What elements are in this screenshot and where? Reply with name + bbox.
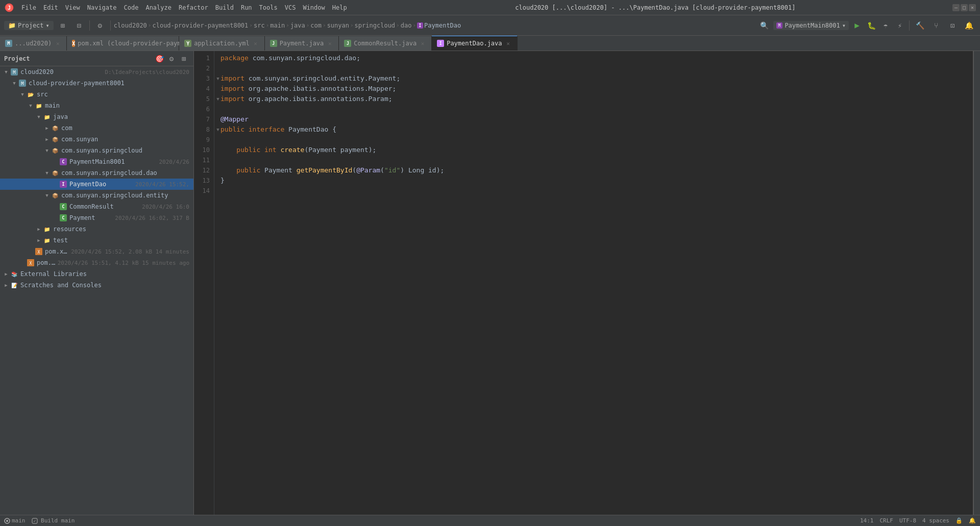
tree-item-java[interactable]: ▼ 📁 java — [0, 111, 193, 122]
arrow-cloud-provider: ▼ — [10, 81, 18, 86]
menu-view[interactable]: View — [62, 3, 83, 12]
breadcrumb-java[interactable]: java — [290, 22, 305, 29]
tab-close-yml[interactable]: ✕ — [252, 40, 259, 47]
fold-interface[interactable]: ▼ — [214, 124, 222, 135]
tab-payment-java[interactable]: J Payment.java ✕ — [265, 36, 339, 51]
debug-button[interactable]: 🐛 — [865, 19, 877, 32]
status-indent[interactable]: 4 spaces — [922, 517, 949, 524]
sidebar-expand-button[interactable]: ⊞ — [178, 53, 189, 64]
tree-item-cloud-provider[interactable]: ▼ M cloud-provider-payment8001 — [0, 78, 193, 89]
tree-item-src[interactable]: ▼ 📂 src — [0, 89, 193, 100]
tree-item-entity-package[interactable]: ▼ 📦 com.sunyan.springcloud.entity — [0, 190, 193, 201]
tab-close-payment-dao[interactable]: ✕ — [505, 40, 512, 47]
tree-item-resources[interactable]: ▶ 📁 resources — [0, 223, 193, 235]
label-cloud-provider: cloud-provider-payment8001 — [29, 80, 189, 87]
tree-item-com[interactable]: ▶ 📦 com — [0, 122, 193, 134]
code-editor[interactable]: 1 2 3 4 5 6 7 8 9 10 11 12 13 14 ▼ ▼ ▼ p… — [194, 51, 980, 515]
tab-close-common-result[interactable]: ✕ — [419, 40, 426, 47]
breadcrumb-module[interactable]: cloud-provider-payment8001 — [152, 22, 248, 29]
search-button[interactable]: 🔍 — [757, 18, 771, 33]
breadcrumb-sunyan[interactable]: sunyan — [327, 22, 349, 29]
status-encoding[interactable]: UTF-8 — [899, 517, 916, 524]
breadcrumb-paymentdao[interactable]: IPaymentDao — [417, 22, 461, 29]
arrow-java: ▼ — [35, 114, 43, 119]
tree-item-main[interactable]: ▼ 📁 main — [0, 100, 193, 111]
structure-button[interactable]: ⊟ — [72, 18, 86, 33]
sidebar-settings-button[interactable]: ⚙ — [166, 53, 177, 64]
coverage-button[interactable]: ☂ — [879, 19, 892, 32]
settings-button[interactable]: ⚙ — [93, 18, 107, 33]
menu-run[interactable]: Run — [238, 3, 255, 12]
tree-item-test[interactable]: ▶ 📁 test — [0, 235, 193, 246]
tab-bar: M ...ud2020) ✕ X pom.xml (cloud-provider… — [0, 36, 980, 51]
menu-build[interactable]: Build — [212, 3, 237, 12]
menu-tools[interactable]: Tools — [256, 3, 281, 12]
tree-item-external-libs[interactable]: ▶ 📚 External Libraries — [0, 268, 193, 280]
build-button[interactable]: 🔨 — [913, 18, 927, 33]
git-button[interactable]: ⑂ — [929, 18, 943, 33]
minimize-button[interactable]: — — [952, 4, 960, 11]
tree-item-pom-root[interactable]: X pom.xml 2020/4/26 15:51, 4.12 kB 15 mi… — [0, 257, 193, 268]
profile-button[interactable]: ⚡ — [894, 19, 906, 32]
menu-edit[interactable]: Edit — [40, 3, 61, 12]
tab-payment-dao[interactable]: I PaymentDao.java ✕ — [432, 36, 517, 51]
maximize-button[interactable]: □ — [961, 4, 968, 11]
tab-close-cloud2020[interactable]: ✕ — [54, 40, 61, 47]
tree-item-payment[interactable]: C Payment 2020/4/26 16:02, 317 B — [0, 212, 193, 223]
svg-text:X: X — [30, 261, 32, 266]
menu-navigate[interactable]: Navigate — [84, 3, 120, 12]
tree-item-dao-package[interactable]: ▼ 📦 com.sunyan.springcloud.dao — [0, 167, 193, 179]
breadcrumb-cloud2020[interactable]: cloud2020 — [114, 22, 147, 29]
menu-vcs[interactable]: VCS — [282, 3, 299, 12]
tree-item-pom-module[interactable]: X pom.xml 2020/4/26 15:52, 2.08 kB 14 mi… — [0, 246, 193, 257]
tree-item-com-sunyan[interactable]: ▶ 📦 com.sunyan — [0, 134, 193, 145]
code-area[interactable]: package com.sunyan.springcloud.dao; impo… — [214, 51, 973, 515]
tab-icon-cloud2020: M — [5, 40, 12, 47]
fold-import-5[interactable]: ▼ — [214, 94, 222, 104]
breadcrumb-com[interactable]: com — [310, 22, 322, 29]
arrow-cloud2020: ▼ — [2, 69, 10, 74]
tab-common-result[interactable]: J CommonResult.java ✕ — [339, 36, 432, 51]
tab-close-payment-java[interactable]: ✕ — [326, 40, 333, 47]
tree-item-cloud2020[interactable]: ▼ M cloud2020 D:\IdeaProjects\cloud2020 — [0, 66, 193, 78]
status-build[interactable]: ✓ Build main — [32, 517, 75, 524]
tree-item-scratches[interactable]: ▶ 📝 Scratches and Consoles — [0, 280, 193, 291]
menu-refactor[interactable]: Refactor — [176, 3, 211, 12]
tab-application-yml[interactable]: Y application.yml ✕ — [179, 36, 264, 51]
breadcrumb-dao[interactable]: dao — [401, 22, 412, 29]
breadcrumb-main[interactable]: main — [270, 22, 285, 29]
recent-files-button[interactable]: ⊞ — [56, 18, 70, 33]
tree-item-commonresult[interactable]: C CommonResult 2020/4/26 16:0 — [0, 201, 193, 212]
run-button[interactable]: ▶ — [851, 19, 863, 32]
status-lock[interactable]: 🔒 — [955, 517, 963, 524]
close-button[interactable]: ✕ — [969, 4, 976, 11]
tree-item-com-sunyan-springcloud[interactable]: ▼ 📦 com.sunyan.springcloud — [0, 145, 193, 156]
project-panel-toggle[interactable]: 📁 Project ▾ — [4, 21, 54, 30]
sidebar-actions: 🎯 ⚙ ⊞ — [154, 53, 189, 64]
terminal-button[interactable]: ⊡ — [945, 18, 960, 33]
main-layout: Project 🎯 ⚙ ⊞ ▼ M cloud2020 D:\IdeaProje… — [0, 51, 980, 515]
tree-item-paymentdao[interactable]: I PaymentDao 2020/4/26 15:52, — [0, 179, 193, 190]
menu-file[interactable]: File — [18, 3, 39, 12]
meta-pom-root: 2020/4/26 15:51, 4.12 kB 15 minutes ago — [58, 260, 189, 266]
status-git[interactable]: main — [4, 517, 26, 524]
tab-cloud2020[interactable]: M ...ud2020) ✕ — [0, 36, 67, 51]
toolbar-sep-1 — [89, 20, 90, 31]
menu-code[interactable]: Code — [121, 3, 142, 12]
status-line-ending[interactable]: CRLF — [879, 517, 893, 524]
status-notifications[interactable]: 🔔 — [969, 517, 976, 524]
run-configuration[interactable]: M PaymentMain8001 ▾ — [773, 21, 849, 30]
menu-help[interactable]: Help — [329, 3, 350, 12]
status-cursor[interactable]: 14:1 — [860, 517, 874, 524]
menu-analyze[interactable]: Analyze — [142, 3, 175, 12]
tree-item-paymentmain8001[interactable]: C PaymentMain8001 2020/4/26 — [0, 156, 193, 167]
tab-pom-payment[interactable]: X pom.xml (cloud-provider-payment8001) ✕ — [67, 36, 179, 51]
notifications-button[interactable]: 🔔 — [962, 18, 976, 33]
sidebar-locate-button[interactable]: 🎯 — [154, 53, 165, 64]
fold-import-3[interactable]: ▼ — [214, 73, 222, 84]
breadcrumb-src[interactable]: src — [254, 22, 265, 29]
breadcrumb-springcloud[interactable]: springcloud — [355, 22, 395, 29]
menu-window[interactable]: Window — [300, 3, 328, 12]
label-commonresult: CommonResult — [69, 203, 140, 210]
tab-icon-payment-java: J — [270, 40, 277, 47]
